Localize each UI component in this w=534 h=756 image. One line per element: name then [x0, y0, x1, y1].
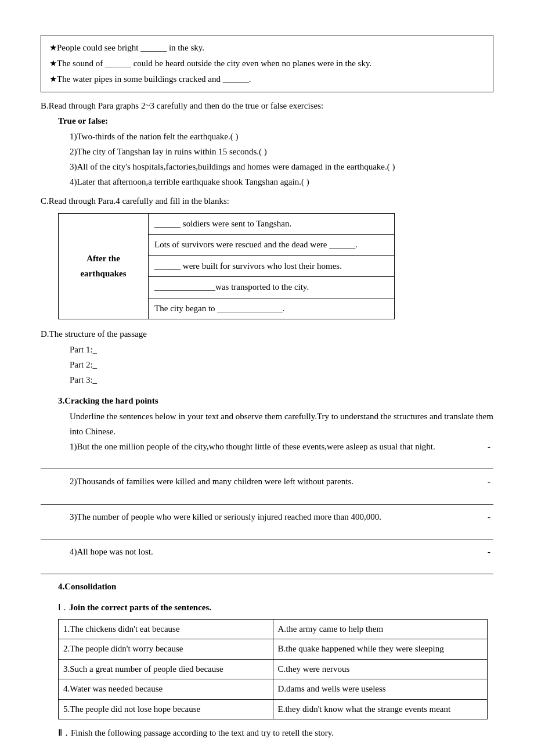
- table-cell-2: Lots of survivors were rescued and the d…: [149, 235, 395, 256]
- section-d-heading: D.The structure of the passage: [41, 326, 493, 341]
- part-1: Part 1:_: [70, 342, 493, 357]
- part-3: Part 3:_: [70, 372, 493, 387]
- consolidation-left-1: 1.The chickens didn't eat because: [59, 619, 273, 639]
- roman-ii-heading: Ⅱ．Finish the following passage according…: [58, 725, 493, 740]
- consolidation-right-1: A.the army came to help them: [273, 619, 488, 639]
- consolidation-right-5: E.they didn't know what the strange even…: [273, 699, 488, 719]
- section-b-heading: B.Read through Para graphs 2~3 carefully…: [41, 98, 493, 113]
- table-row-1: After the earthquakes ______ soldiers we…: [59, 213, 395, 235]
- table-cell-4: ______________was transported to the cit…: [149, 277, 395, 298]
- cracking-item-3: 3)The number of people who were killed o…: [70, 509, 493, 524]
- section-b: B.Read through Para graphs 2~3 carefully…: [41, 98, 493, 190]
- cracking-item-2-block: 2)Thousands of families were killed and …: [41, 474, 493, 504]
- after-earthquakes-table: After the earthquakes ______ soldiers we…: [58, 213, 395, 320]
- consolidation-left-3: 3.Such a great number of people died bec…: [59, 659, 273, 679]
- section-3-intro: Underline the sentences below in your te…: [70, 409, 493, 440]
- section-b-label: B.: [41, 101, 49, 110]
- tf-item-4: 4)Later that afternoon,a terrible earthq…: [70, 174, 493, 189]
- consolidation-left-2: 2.The people didn't worry because: [59, 639, 273, 660]
- cracking-item-4: 4)All hope was not lost. -: [70, 544, 493, 559]
- section-d-label: D.: [41, 329, 49, 339]
- roman-ii-text: Finish the following passage according t…: [71, 728, 334, 737]
- consolidation-row-5: 5.The people did not lose hope because E…: [59, 699, 488, 719]
- tf-item-1: 1)Two-thirds of the nation felt the eart…: [70, 129, 493, 144]
- cracking-item-3-block: 3)The number of people who were killed o…: [41, 509, 493, 539]
- consolidation-row-3: 3.Such a great number of people died bec…: [59, 659, 488, 679]
- section-4: 4.Consolidation Ⅰ．Join the correct parts…: [41, 579, 493, 740]
- roman-i-heading: Ⅰ．Join the correct parts of the sentence…: [58, 600, 493, 615]
- true-or-false-label: True or false:: [58, 113, 493, 128]
- consolidation-row-1: 1.The chickens didn't eat because A.the …: [59, 619, 488, 639]
- cracking-item-4-block: 4)All hope was not lost. -: [41, 544, 493, 574]
- roman-ii: Ⅱ．Finish the following passage according…: [41, 725, 493, 740]
- section-3-title: 3.Cracking the hard points: [58, 393, 493, 408]
- roman-i-label: Ⅰ．: [58, 603, 69, 612]
- cracking-item-1-block: 1)But the one million people of the city…: [41, 439, 493, 469]
- table-cell-3: ______ were built for survivors who lost…: [149, 255, 395, 277]
- table-cell-1: ______ soldiers were sent to Tangshan.: [149, 213, 395, 235]
- tf-item-3: 3)All of the city's hospitals,factories,…: [70, 159, 493, 174]
- roman-i: Ⅰ．Join the correct parts of the sentence…: [41, 600, 493, 719]
- consolidation-left-4: 4.Water was needed because: [59, 679, 273, 700]
- star-line-3: ★The water pipes in some buildings crack…: [49, 71, 485, 87]
- after-earthquakes-label: After the earthquakes: [59, 213, 149, 319]
- part-2: Part 2:_: [70, 357, 493, 372]
- section-c-text: Read through Para.4 carefully and fill i…: [49, 196, 229, 206]
- section-b-text: Read through Para graphs 2~3 carefully a…: [49, 101, 323, 110]
- translation-line-4: [41, 561, 493, 574]
- consolidation-right-3: C.they were nervous: [273, 659, 488, 679]
- roman-i-title: Join the correct parts of the sentences.: [69, 603, 211, 612]
- star-box: ★People could see bright ______ in the s…: [41, 35, 493, 92]
- table-cell-5: The city began to _______________.: [149, 298, 395, 319]
- section-c-label: C.: [41, 196, 49, 206]
- translation-line-3: [41, 527, 493, 539]
- section-3: 3.Cracking the hard points Underline the…: [41, 393, 493, 574]
- consolidation-table: 1.The chickens didn't eat because A.the …: [58, 619, 488, 720]
- tf-item-2: 2)The city of Tangshan lay in ruins with…: [70, 144, 493, 159]
- section-d-text: The structure of the passage: [49, 329, 147, 339]
- cracking-item-2: 2)Thousands of families were killed and …: [70, 474, 493, 489]
- consolidation-left-5: 5.The people did not lose hope because: [59, 699, 273, 719]
- section-4-title: 4.Consolidation: [58, 579, 493, 594]
- section-c: C.Read through Para.4 carefully and fill…: [41, 193, 493, 320]
- translation-line-2: [41, 492, 493, 505]
- translation-line-1: [41, 456, 493, 469]
- star-line-2: ★The sound of ______ could be heard outs…: [49, 56, 485, 71]
- cracking-item-1: 1)But the one million people of the city…: [70, 439, 493, 454]
- section-c-heading: C.Read through Para.4 carefully and fill…: [41, 193, 493, 208]
- consolidation-right-4: D.dams and wells were useless: [273, 679, 488, 700]
- consolidation-row-4: 4.Water was needed because D.dams and we…: [59, 679, 488, 700]
- consolidation-right-2: B.the quake happened while they were sle…: [273, 639, 488, 660]
- section-d: D.The structure of the passage Part 1:_ …: [41, 326, 493, 387]
- star-line-1: ★People could see bright ______ in the s…: [49, 40, 485, 56]
- consolidation-row-2: 2.The people didn't worry because B.the …: [59, 639, 488, 660]
- roman-ii-label: Ⅱ．: [58, 728, 71, 737]
